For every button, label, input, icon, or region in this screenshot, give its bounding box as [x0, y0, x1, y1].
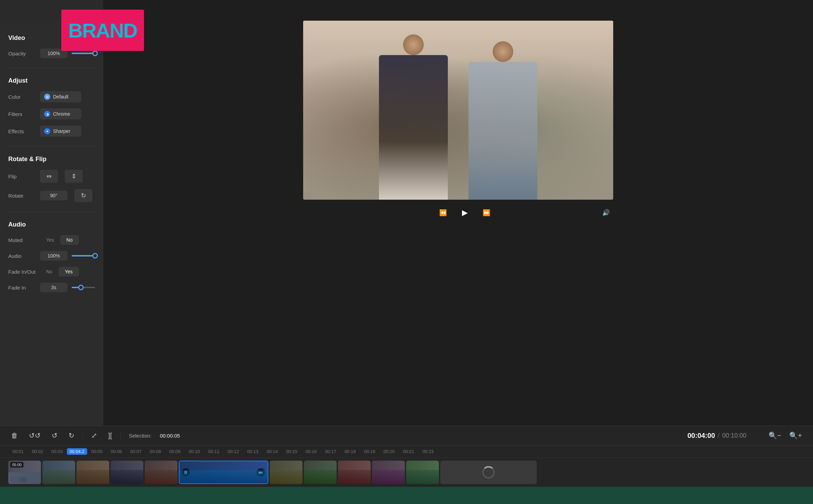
clip-3[interactable] [76, 461, 109, 484]
ruler-tick-0020: 00:20 [379, 449, 399, 454]
rotate-button[interactable]: ↻ [74, 189, 92, 202]
undo-button[interactable]: ↺ [49, 430, 60, 441]
fade-inout-toggle: No Yes [40, 267, 79, 276]
ruler-tick-0016: 00:16 [301, 449, 321, 454]
timeline-area: 🗑 ↺↺ ↺ ↻ ⤢ ][ Selection: 00:00:05 00:04:… [0, 426, 813, 487]
expand-button[interactable]: ⤢ [89, 430, 100, 441]
bottom-bar [0, 487, 813, 504]
ruler-tick-0021: 00:21 [399, 449, 419, 454]
color-value: Default [53, 94, 68, 99]
clip-1-figure [10, 476, 19, 483]
rotate-label: Rotate [8, 193, 36, 199]
brand-rand: RAND [82, 19, 137, 42]
opacity-track[interactable] [72, 53, 95, 54]
filters-value: Chrome [53, 111, 70, 117]
clip-2[interactable] [42, 461, 75, 484]
audio-row: Audio 100% [8, 251, 95, 261]
head-right [493, 41, 513, 62]
selection-time: 00:00:05 [160, 433, 180, 439]
clip-7[interactable] [304, 461, 337, 484]
color-dropdown[interactable]: ⊞ Default [40, 91, 81, 102]
clip-8[interactable] [338, 461, 371, 484]
playback-center: ⏪ ▶ ⏩ [439, 205, 490, 220]
ruler-tick-0001: 00:01 [8, 449, 28, 454]
muted-toggle: Yes No [40, 235, 79, 245]
rotate-row: Rotate 90° ↻ [8, 189, 95, 202]
clip-9[interactable] [372, 461, 405, 484]
timeline-toolbar: 🗑 ↺↺ ↺ ↻ ⤢ ][ Selection: 00:00:05 00:04:… [0, 426, 813, 445]
filters-dropdown[interactable]: ◑ Chrome [40, 108, 81, 119]
rewind-button[interactable]: ⏪ [439, 209, 447, 217]
muted-label: Muted [8, 237, 36, 243]
opacity-label: Opacity [8, 51, 36, 56]
fade-inout-no-button[interactable]: No [40, 267, 59, 276]
toolbar-divider-2 [120, 432, 121, 439]
ruler-tick-0005: 00:05 [87, 449, 107, 454]
filters-row: Filters ◑ Chrome [8, 108, 95, 119]
clip-1-time-badge: 05:00 [10, 462, 23, 468]
effects-value: Sharper [53, 128, 70, 134]
play-button[interactable]: ▶ [457, 205, 472, 220]
clip-8-content [338, 470, 371, 484]
opacity-thumb[interactable] [92, 51, 98, 56]
clip-6-content [270, 470, 302, 484]
audio-track[interactable] [72, 255, 95, 256]
ruler-tick-0009: 00:09 [165, 449, 185, 454]
audio-value: 100% [40, 251, 68, 261]
muted-yes-button[interactable]: Yes [40, 235, 60, 245]
filters-icon: ◑ [44, 111, 50, 117]
fast-forward-button[interactable]: ⏩ [483, 209, 490, 217]
trim-button[interactable]: ][ [105, 430, 115, 441]
clip-1[interactable]: 05:00 [8, 461, 41, 484]
video-frame [303, 21, 613, 200]
clip-4-content [111, 470, 143, 484]
ruler-tick-0011: 00:11 [204, 449, 224, 454]
scene-content [303, 21, 613, 200]
ruler-tick-0019: 00:19 [360, 449, 380, 454]
zoom-in-button[interactable]: 🔍+ [786, 430, 805, 441]
clip-1-content [8, 472, 41, 484]
ruler-tick-0006: 00:06 [107, 449, 126, 454]
effects-icon: ✦ [44, 128, 50, 134]
person-left [379, 55, 448, 200]
fade-in-value: 3s [40, 283, 68, 292]
ruler-tick-0015: 00:15 [282, 449, 301, 454]
timeline-ruler: 00:01 00:02 00:03 00:04.2 00:05 00:06 00… [0, 445, 813, 458]
undo-all-button[interactable]: ↺↺ [26, 430, 43, 441]
audio-thumb[interactable] [92, 253, 98, 259]
delete-button[interactable]: 🗑 [8, 430, 21, 441]
playback-controls: ⏪ ▶ ⏩ 🔊 [303, 205, 613, 220]
fade-in-label: Fade In [8, 285, 36, 291]
preview-area: ⏪ ▶ ⏩ 🔊 [103, 0, 813, 426]
effects-dropdown[interactable]: ✦ Sharper [40, 126, 81, 137]
fade-in-thumb[interactable] [78, 285, 84, 290]
current-time: 00:04:00 [687, 432, 715, 440]
clip-1-figure-2 [19, 477, 27, 483]
volume-icon[interactable]: 🔊 [602, 209, 610, 217]
clip-10[interactable] [406, 461, 439, 484]
opacity-fill [72, 53, 95, 54]
section-rotate-title: Rotate & Flip [8, 156, 95, 163]
clip-7-content [304, 470, 337, 484]
head-left [403, 34, 424, 55]
clip-6[interactable] [270, 461, 302, 484]
time-separator: / [718, 432, 720, 439]
ruler-tick-0007: 00:07 [126, 449, 146, 454]
brand-b: B [68, 19, 82, 42]
brand-logo: BRAND [61, 10, 144, 51]
muted-no-button[interactable]: No [60, 235, 79, 245]
flip-horizontal-button[interactable]: ⇔ [40, 170, 58, 183]
fade-inout-yes-button[interactable]: Yes [59, 267, 79, 276]
ruler-tick-0008: 00:08 [146, 449, 165, 454]
zoom-out-button[interactable]: 🔍− [766, 430, 784, 441]
brand-logo-text: BRAND [68, 19, 137, 42]
redo-button[interactable]: ↻ [66, 430, 77, 441]
clip-3-content [76, 470, 109, 484]
clip-active[interactable]: ⏸ ⏭ [179, 461, 268, 484]
clip-4[interactable] [111, 461, 143, 484]
flip-vertical-button[interactable]: ⇕ [65, 170, 83, 183]
ruler-tick-0012: 00:12 [224, 449, 243, 454]
color-icon: ⊞ [44, 94, 50, 100]
fade-in-track[interactable] [72, 287, 95, 288]
clip-5[interactable] [145, 461, 177, 484]
